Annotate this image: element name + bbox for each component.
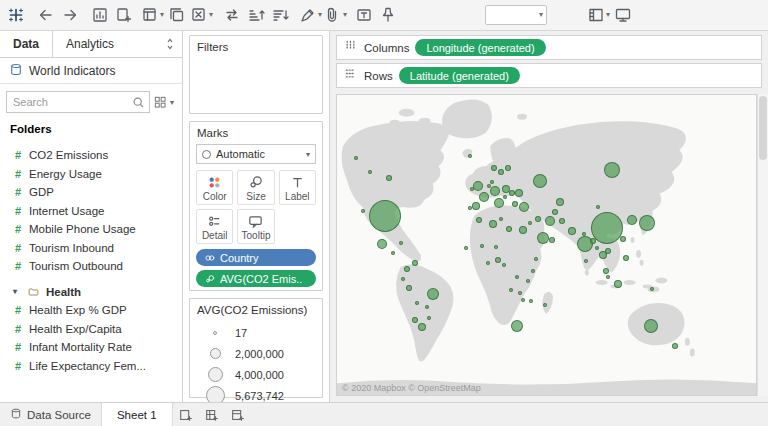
highlight-button[interactable]: ▾ [298, 2, 323, 28]
view-as-icon[interactable] [153, 95, 167, 109]
field-item[interactable]: #Energy Usage [0, 165, 182, 184]
map-bubble[interactable] [519, 202, 529, 212]
rows-pill-latitude[interactable]: Latitude (generated) [399, 67, 520, 84]
map-bubble[interactable] [559, 218, 565, 224]
tab-data-source[interactable]: Data Source [0, 403, 102, 426]
map-bubble[interactable] [427, 316, 431, 320]
map-bubble[interactable] [595, 246, 599, 250]
new-dashboard-icon[interactable] [199, 403, 225, 426]
map-bubble[interactable] [361, 209, 365, 213]
tab-data[interactable]: Data [0, 31, 53, 57]
map-bubble[interactable] [623, 255, 629, 261]
map-bubble[interactable] [529, 299, 533, 303]
marks-button-label[interactable]: Label [279, 170, 316, 205]
show-cards-button[interactable]: ▾ [586, 2, 611, 28]
presentation-mode-button[interactable] [611, 2, 635, 28]
map-bubble[interactable] [464, 246, 468, 250]
swap-axes-button[interactable] [220, 2, 244, 28]
pane-swap-icon[interactable] [158, 31, 182, 57]
map-bubble[interactable] [476, 217, 482, 223]
map-bubble[interactable] [489, 220, 497, 228]
columns-pill-longitude[interactable]: Longitude (generated) [415, 39, 545, 56]
map-bubble[interactable] [627, 215, 637, 225]
map-bubble[interactable] [505, 165, 511, 171]
field-item[interactable]: #Mobile Phone Usage [0, 220, 182, 239]
fix-axes-button[interactable] [376, 2, 400, 28]
tab-analytics[interactable]: Analytics [53, 31, 127, 57]
map-bubble[interactable] [487, 184, 491, 188]
map-bubble[interactable] [552, 209, 558, 215]
map-bubble[interactable] [596, 205, 600, 209]
columns-shelf[interactable]: Columns Longitude (generated) [336, 35, 762, 60]
map-bubble[interactable] [521, 298, 525, 302]
folder-item[interactable]: ▾Health [0, 283, 182, 302]
redo-button[interactable] [58, 2, 82, 28]
fit-selector[interactable]: ▾ [484, 2, 548, 28]
rows-shelf[interactable]: Rows Latitude (generated) [336, 63, 762, 88]
mark-type-dropdown[interactable]: Automatic ▾ [196, 144, 316, 164]
map-bubble[interactable] [644, 319, 658, 333]
map-bubble[interactable] [479, 192, 489, 202]
map-bubble[interactable] [490, 186, 500, 196]
map-bubble[interactable] [377, 239, 387, 249]
map-bubble[interactable] [605, 248, 611, 254]
map-bubble[interactable] [535, 216, 541, 222]
field-item[interactable]: #Infant Mortality Rate [0, 338, 182, 357]
map-view[interactable]: © 2020 Mapbox © OpenStreetMap [336, 94, 757, 396]
map-bubble[interactable] [584, 259, 588, 263]
map-bubble[interactable] [549, 237, 555, 243]
map-bubble[interactable] [515, 189, 523, 197]
fit-selector[interactable]: ▾ [485, 5, 547, 25]
map-bubble[interactable] [470, 187, 474, 191]
marks-button-size[interactable]: Size [237, 170, 274, 205]
marks-pill-avg-co2[interactable]: AVG(CO2 Emis.. [196, 270, 316, 287]
map-bubble[interactable] [556, 198, 564, 206]
duplicate-button[interactable] [165, 2, 189, 28]
datasource-item[interactable]: World Indicators [0, 58, 182, 84]
field-item[interactable]: #Tourism Outbound [0, 257, 182, 276]
sort-ascending-button[interactable] [244, 2, 268, 28]
new-story-icon[interactable] [225, 403, 251, 426]
map-bubble[interactable] [543, 303, 547, 307]
marks-pill-country[interactable]: Country [196, 249, 316, 266]
map-bubble[interactable] [391, 251, 395, 255]
field-item[interactable]: #Tourism Inbound [0, 239, 182, 258]
folder-caret-icon[interactable]: ▾ [13, 287, 21, 296]
map-bubble[interactable] [526, 279, 530, 283]
map-bubble[interactable] [495, 257, 501, 263]
field-item[interactable]: #Health Exp/Capita [0, 320, 182, 339]
map-bubble[interactable] [545, 216, 555, 226]
marks-button-color[interactable]: Color [196, 170, 233, 205]
undo-button[interactable] [34, 2, 58, 28]
map-bubble[interactable] [418, 323, 426, 331]
map-bubble[interactable] [503, 195, 507, 199]
map-bubble[interactable] [468, 206, 472, 210]
map-bubble[interactable] [537, 232, 549, 244]
map-bubble[interactable] [512, 201, 518, 207]
map-bubble[interactable] [486, 261, 490, 265]
clear-sheet-button[interactable]: ▾ [189, 2, 214, 28]
map-bubble[interactable] [604, 162, 620, 178]
map-bubble[interactable] [490, 180, 494, 184]
map-bubble[interactable] [582, 232, 586, 236]
map-bubble[interactable] [511, 320, 523, 332]
field-item[interactable]: #GDP [0, 183, 182, 202]
field-item[interactable]: #CO2 Emissions [0, 146, 182, 165]
size-legend[interactable]: AVG(CO2 Emissions) 172,000,0004,000,0005… [189, 298, 323, 398]
map-bubble[interactable] [518, 291, 522, 295]
tableau-logo-button[interactable] [4, 2, 28, 28]
save-button[interactable] [88, 2, 112, 28]
map-bubble[interactable] [401, 277, 405, 281]
filters-shelf[interactable]: Filters [189, 35, 323, 114]
map-bubble[interactable] [534, 257, 538, 261]
map-bubble[interactable] [639, 215, 655, 231]
tab-sheet1[interactable]: Sheet 1 [102, 403, 173, 426]
paperclip-button[interactable]: ▾ [323, 2, 348, 28]
map-bubble[interactable] [399, 241, 403, 245]
marks-button-detail[interactable]: Detail [196, 209, 233, 244]
vertical-scrollbar[interactable] [757, 94, 768, 396]
field-item[interactable]: #Health Exp % GDP [0, 301, 182, 320]
map-bubble[interactable] [472, 202, 480, 210]
map-bubble[interactable] [531, 269, 535, 273]
show-mark-labels-button[interactable] [352, 2, 376, 28]
